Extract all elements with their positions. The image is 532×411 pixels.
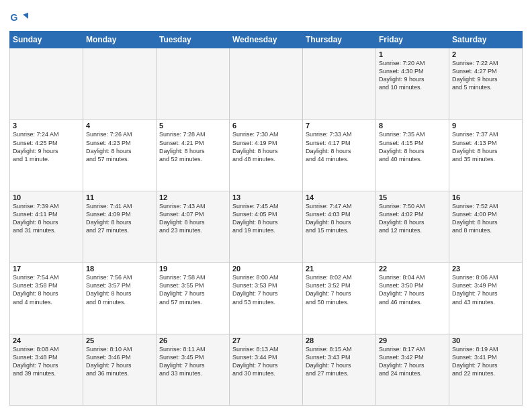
day-info: Sunrise: 7:43 AM Sunset: 4:07 PM Dayligh… [159,202,226,235]
day-number: 8 [379,122,446,130]
calendar-cell: 30Sunrise: 8:19 AM Sunset: 3:41 PM Dayli… [449,334,523,405]
day-of-week-header: Friday [376,32,449,48]
calendar-cell: 5Sunrise: 7:28 AM Sunset: 4:21 PM Daylig… [157,120,230,191]
day-number: 5 [159,122,226,130]
calendar-cell: 23Sunrise: 8:06 AM Sunset: 3:49 PM Dayli… [449,263,523,334]
day-info: Sunrise: 7:26 AM Sunset: 4:23 PM Dayligh… [86,130,153,163]
svg-marker-1 [23,13,28,19]
calendar-cell: 24Sunrise: 8:08 AM Sunset: 3:48 PM Dayli… [10,334,83,405]
day-info: Sunrise: 7:20 AM Sunset: 4:30 PM Dayligh… [379,59,446,92]
day-number: 24 [13,336,80,345]
day-number: 15 [379,193,446,201]
day-number: 30 [452,336,519,345]
calendar-week: 1Sunrise: 7:20 AM Sunset: 4:30 PM Daylig… [10,48,523,120]
calendar-cell: 14Sunrise: 7:47 AM Sunset: 4:03 PM Dayli… [303,191,376,262]
day-number: 10 [13,193,80,201]
day-info: Sunrise: 8:15 AM Sunset: 3:43 PM Dayligh… [306,345,373,378]
day-number: 26 [159,336,226,345]
calendar-cell: 7Sunrise: 7:33 AM Sunset: 4:17 PM Daylig… [303,120,376,191]
calendar-cell: 4Sunrise: 7:26 AM Sunset: 4:23 PM Daylig… [83,120,157,191]
calendar-cell: 15Sunrise: 7:50 AM Sunset: 4:02 PM Dayli… [376,191,449,262]
day-info: Sunrise: 8:04 AM Sunset: 3:50 PM Dayligh… [379,273,446,306]
day-of-week-header: Monday [83,32,157,48]
day-number: 4 [86,122,153,130]
day-info: Sunrise: 7:54 AM Sunset: 3:58 PM Dayligh… [13,273,80,306]
calendar-cell: 26Sunrise: 8:11 AM Sunset: 3:45 PM Dayli… [157,334,230,405]
calendar-cell: 28Sunrise: 8:15 AM Sunset: 3:43 PM Dayli… [303,334,376,405]
day-number: 2 [452,50,519,58]
calendar-cell [10,48,83,120]
day-number: 14 [306,193,373,201]
day-number: 28 [306,336,373,345]
calendar-cell: 29Sunrise: 8:17 AM Sunset: 3:42 PM Dayli… [376,334,449,405]
day-of-week-header: Sunday [10,32,83,48]
calendar-cell: 27Sunrise: 8:13 AM Sunset: 3:44 PM Dayli… [230,334,303,405]
day-info: Sunrise: 7:30 AM Sunset: 4:19 PM Dayligh… [232,130,300,163]
calendar-cell: 19Sunrise: 7:58 AM Sunset: 3:55 PM Dayli… [157,263,230,334]
calendar-week: 17Sunrise: 7:54 AM Sunset: 3:58 PM Dayli… [10,263,523,334]
calendar-cell: 11Sunrise: 7:41 AM Sunset: 4:09 PM Dayli… [83,191,157,262]
day-number: 7 [306,122,373,130]
day-number: 11 [86,193,153,201]
day-number: 9 [452,122,519,130]
calendar-body: 1Sunrise: 7:20 AM Sunset: 4:30 PM Daylig… [10,48,523,406]
calendar: SundayMondayTuesdayWednesdayThursdayFrid… [9,31,523,406]
day-info: Sunrise: 8:13 AM Sunset: 3:44 PM Dayligh… [232,345,300,378]
day-number: 16 [452,193,519,201]
day-info: Sunrise: 7:35 AM Sunset: 4:15 PM Dayligh… [379,130,446,163]
calendar-week: 24Sunrise: 8:08 AM Sunset: 3:48 PM Dayli… [10,334,523,405]
day-number: 21 [306,265,373,273]
day-info: Sunrise: 8:06 AM Sunset: 3:49 PM Dayligh… [452,273,519,306]
calendar-cell: 13Sunrise: 7:45 AM Sunset: 4:05 PM Dayli… [230,191,303,262]
day-number: 27 [232,336,300,345]
day-number: 25 [86,336,153,345]
day-info: Sunrise: 7:47 AM Sunset: 4:03 PM Dayligh… [306,202,373,235]
day-number: 23 [452,265,519,273]
calendar-cell: 10Sunrise: 7:39 AM Sunset: 4:11 PM Dayli… [10,191,83,262]
day-number: 1 [379,50,446,58]
day-info: Sunrise: 7:58 AM Sunset: 3:55 PM Dayligh… [159,273,226,306]
day-info: Sunrise: 7:52 AM Sunset: 4:00 PM Dayligh… [452,202,519,235]
calendar-cell [230,48,303,120]
calendar-header: SundayMondayTuesdayWednesdayThursdayFrid… [10,32,523,48]
day-info: Sunrise: 8:10 AM Sunset: 3:46 PM Dayligh… [86,345,153,378]
calendar-cell: 21Sunrise: 8:02 AM Sunset: 3:52 PM Dayli… [303,263,376,334]
calendar-cell: 22Sunrise: 8:04 AM Sunset: 3:50 PM Dayli… [376,263,449,334]
calendar-cell: 9Sunrise: 7:37 AM Sunset: 4:13 PM Daylig… [449,120,523,191]
day-info: Sunrise: 7:39 AM Sunset: 4:11 PM Dayligh… [13,202,80,235]
day-number: 18 [86,265,153,273]
calendar-cell: 2Sunrise: 7:22 AM Sunset: 4:27 PM Daylig… [449,48,523,120]
day-info: Sunrise: 8:11 AM Sunset: 3:45 PM Dayligh… [159,345,226,378]
day-number: 3 [13,122,80,130]
calendar-cell [157,48,230,120]
calendar-cell: 12Sunrise: 7:43 AM Sunset: 4:07 PM Dayli… [157,191,230,262]
day-number: 22 [379,265,446,273]
day-of-week-header: Tuesday [157,32,230,48]
calendar-week: 3Sunrise: 7:24 AM Sunset: 4:25 PM Daylig… [10,120,523,191]
header: G [9,7,523,28]
logo: G [9,9,31,28]
day-of-week-header: Thursday [303,32,376,48]
calendar-cell [303,48,376,120]
logo-icon: G [9,9,28,28]
calendar-cell: 17Sunrise: 7:54 AM Sunset: 3:58 PM Dayli… [10,263,83,334]
day-info: Sunrise: 7:22 AM Sunset: 4:27 PM Dayligh… [452,59,519,92]
calendar-cell: 20Sunrise: 8:00 AM Sunset: 3:53 PM Dayli… [230,263,303,334]
calendar-cell: 25Sunrise: 8:10 AM Sunset: 3:46 PM Dayli… [83,334,157,405]
day-number: 13 [232,193,300,201]
calendar-cell: 1Sunrise: 7:20 AM Sunset: 4:30 PM Daylig… [376,48,449,120]
page: G SundayMondayTuesdayWednesdayThursdayFr… [0,0,532,411]
day-info: Sunrise: 7:56 AM Sunset: 3:57 PM Dayligh… [86,273,153,306]
day-info: Sunrise: 7:24 AM Sunset: 4:25 PM Dayligh… [13,130,80,163]
day-info: Sunrise: 7:41 AM Sunset: 4:09 PM Dayligh… [86,202,153,235]
day-info: Sunrise: 7:45 AM Sunset: 4:05 PM Dayligh… [232,202,300,235]
day-number: 20 [232,265,300,273]
day-number: 6 [232,122,300,130]
calendar-cell: 8Sunrise: 7:35 AM Sunset: 4:15 PM Daylig… [376,120,449,191]
calendar-week: 10Sunrise: 7:39 AM Sunset: 4:11 PM Dayli… [10,191,523,262]
day-info: Sunrise: 7:28 AM Sunset: 4:21 PM Dayligh… [159,130,226,163]
svg-text:G: G [11,12,18,23]
day-info: Sunrise: 8:17 AM Sunset: 3:42 PM Dayligh… [379,345,446,378]
calendar-cell: 3Sunrise: 7:24 AM Sunset: 4:25 PM Daylig… [10,120,83,191]
day-info: Sunrise: 8:02 AM Sunset: 3:52 PM Dayligh… [306,273,373,306]
